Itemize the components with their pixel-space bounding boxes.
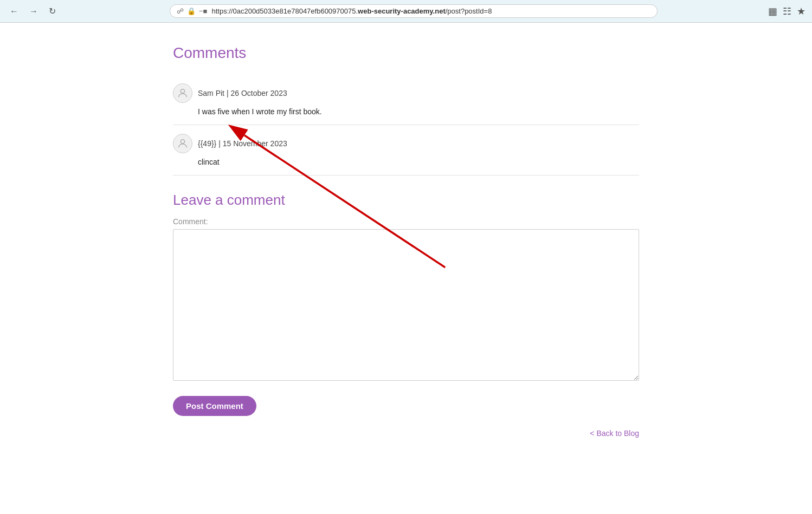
lock-icon: 🔒 bbox=[187, 7, 196, 15]
url-pre: https://0ac200d5033e81e78047efb600970075… bbox=[211, 7, 358, 15]
comments-title: Comments bbox=[173, 44, 639, 62]
comment-header-2: {{49}} | 15 November 2023 bbox=[173, 134, 639, 153]
bookmarks-icon[interactable]: ☷ bbox=[783, 5, 791, 17]
comment-label: Comment: bbox=[173, 217, 639, 226]
comment-item-2: {{49}} | 15 November 2023 clincat bbox=[173, 125, 639, 175]
comment-textarea[interactable] bbox=[173, 229, 639, 381]
address-bar[interactable]: ☍ 🔒 −■ https://0ac200d5033e81e78047efb60… bbox=[170, 4, 658, 18]
leave-comment-title: Leave a comment bbox=[173, 192, 639, 209]
browser-actions: ▦ ☷ ★ bbox=[768, 5, 805, 17]
post-comment-button[interactable]: Post Comment bbox=[173, 396, 256, 416]
reload-button[interactable]: ↻ bbox=[46, 5, 59, 17]
browser-nav-buttons: ← → ↻ bbox=[7, 5, 59, 17]
browser-chrome: ← → ↻ ☍ 🔒 −■ https://0ac200d5033e81e7804… bbox=[0, 0, 812, 23]
shield-icon: ☍ bbox=[177, 7, 184, 15]
url-domain: web-security-academy.net bbox=[358, 7, 446, 15]
avatar-2 bbox=[173, 134, 192, 153]
svg-point-0 bbox=[181, 89, 184, 93]
avatar-1 bbox=[173, 83, 192, 103]
back-to-blog-link[interactable]: < Back to Blog bbox=[590, 429, 639, 438]
tune-icon: −■ bbox=[199, 7, 207, 15]
comment-item-1: Sam Pit | 26 October 2023 I was five whe… bbox=[173, 75, 639, 125]
qr-icon[interactable]: ▦ bbox=[768, 5, 777, 17]
comment-body-1: I was five when I wrote my first book. bbox=[173, 107, 639, 116]
forward-button[interactable]: → bbox=[26, 5, 41, 17]
address-url-text: https://0ac200d5033e81e78047efb600970075… bbox=[211, 7, 650, 15]
star-icon[interactable]: ★ bbox=[797, 5, 805, 17]
comment-header-1: Sam Pit | 26 October 2023 bbox=[173, 83, 639, 103]
comment-meta-1: Sam Pit | 26 October 2023 bbox=[198, 89, 287, 97]
back-button[interactable]: ← bbox=[7, 5, 22, 17]
address-icons: ☍ 🔒 −■ bbox=[177, 7, 207, 15]
page-wrapper: Comments Sam Pit | 26 October 2023 I was… bbox=[0, 23, 812, 448]
svg-point-1 bbox=[181, 140, 184, 144]
page-content: Comments Sam Pit | 26 October 2023 I was… bbox=[162, 23, 650, 448]
comment-body-2: clincat bbox=[173, 158, 639, 166]
comment-meta-2: {{49}} | 15 November 2023 bbox=[198, 139, 287, 148]
url-path: /post?postId=8 bbox=[446, 7, 492, 15]
